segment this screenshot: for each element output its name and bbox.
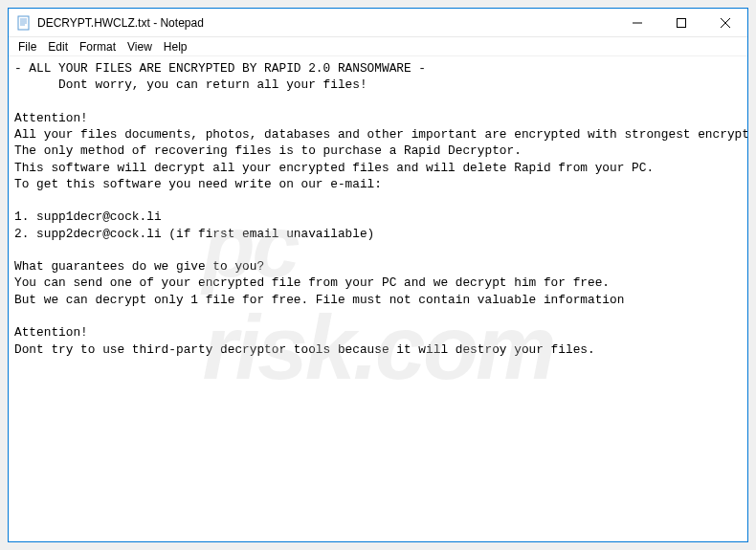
- notepad-icon: [16, 15, 32, 31]
- svg-rect-6: [678, 18, 686, 27]
- menubar: File Edit Format View Help: [9, 37, 747, 56]
- menu-help[interactable]: Help: [158, 38, 193, 55]
- menu-edit[interactable]: Edit: [42, 38, 74, 55]
- menu-file[interactable]: File: [12, 38, 42, 55]
- close-button[interactable]: [703, 9, 747, 36]
- window-controls: [615, 9, 747, 36]
- window-title: DECRYPT.HWCLZ.txt - Notepad: [37, 16, 615, 30]
- menu-format[interactable]: Format: [74, 38, 122, 55]
- menu-view[interactable]: View: [122, 38, 158, 55]
- notepad-window: DECRYPT.HWCLZ.txt - Notepad File Edit Fo…: [8, 8, 748, 542]
- text-content: - ALL YOUR FILES ARE ENCRYPTED BY RAPID …: [14, 61, 747, 357]
- titlebar[interactable]: DECRYPT.HWCLZ.txt - Notepad: [9, 9, 747, 37]
- maximize-button[interactable]: [659, 9, 703, 36]
- minimize-button[interactable]: [615, 9, 659, 36]
- text-area[interactable]: pcrisk.com- ALL YOUR FILES ARE ENCRYPTED…: [9, 56, 747, 541]
